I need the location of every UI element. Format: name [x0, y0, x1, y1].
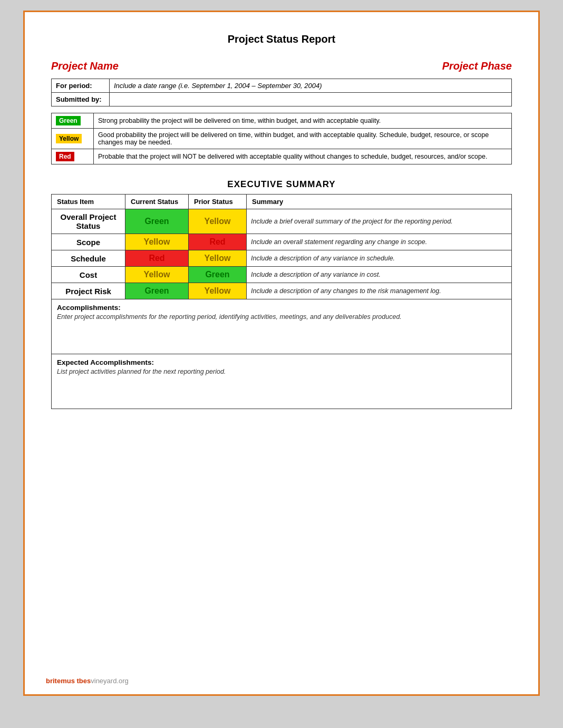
- current-status-cell: Yellow: [125, 234, 189, 250]
- col-prior-status: Prior Status: [189, 195, 247, 209]
- col-status-item: Status Item: [52, 195, 125, 209]
- project-phase-label: Project Phase: [442, 60, 512, 72]
- project-header: Project Name Project Phase: [51, 60, 512, 72]
- info-table: For period: Include a date range (i.e. S…: [51, 79, 512, 106]
- footer-watermark: britemus tbesvineyard.org: [46, 677, 129, 685]
- for-period-row: For period: Include a date range (i.e. S…: [52, 79, 512, 93]
- legend-yellow-badge: Yellow: [52, 129, 94, 149]
- prior-status-cell: Red: [189, 234, 247, 250]
- summary-cell: Include a brief overall summary of the p…: [247, 209, 512, 234]
- accomplishments-section: Accomplishments: Enter project accomplis…: [52, 299, 512, 409]
- summary-cell: Include an overall statement regarding a…: [247, 234, 512, 250]
- prior-status-cell: Yellow: [189, 209, 247, 234]
- executive-summary-table: Status Item Current Status Prior Status …: [51, 194, 512, 409]
- prior-status-cell: Yellow: [189, 250, 247, 267]
- report-title: Project Status Report: [51, 33, 512, 45]
- status-item-cell: Scope: [52, 234, 125, 250]
- table-header-row: Status Item Current Status Prior Status …: [52, 195, 512, 209]
- table-row: Schedule Red Yellow Include a descriptio…: [52, 250, 512, 267]
- col-current-status: Current Status: [125, 195, 189, 209]
- summary-cell: Include a description of any changes to …: [247, 283, 512, 299]
- status-item-cell: Cost: [52, 267, 125, 283]
- footer-br-text: britemus tbes: [46, 677, 91, 685]
- current-status-cell: Green: [125, 209, 189, 234]
- for-period-value: Include a date range (i.e. September 1, …: [110, 79, 512, 93]
- footer-rest: vineyard.org: [91, 677, 129, 685]
- current-status-cell: Red: [125, 250, 189, 267]
- submitted-by-label: Submitted by:: [52, 93, 110, 106]
- legend-green-badge: Green: [52, 113, 94, 129]
- table-row: Cost Yellow Green Include a description …: [52, 267, 512, 283]
- submitted-by-row: Submitted by:: [52, 93, 512, 106]
- expected-accomplishments-cell: Expected Accomplishments: List project a…: [52, 354, 512, 409]
- accomplishments-label: Accomplishments:: [57, 304, 506, 312]
- prior-status-cell: Green: [189, 267, 247, 283]
- legend-yellow-row: Yellow Good probability the project will…: [52, 129, 512, 149]
- status-item-cell: Project Risk: [52, 283, 125, 299]
- executive-summary-title: EXECUTIVE SUMMARY: [51, 179, 512, 190]
- legend-green-desc: Strong probability the project will be d…: [94, 113, 512, 129]
- legend-green-row: Green Strong probability the project wil…: [52, 113, 512, 129]
- prior-status-cell: Yellow: [189, 283, 247, 299]
- project-name-label: Project Name: [51, 60, 119, 72]
- current-status-cell: Green: [125, 283, 189, 299]
- legend-yellow-desc: Good probability the project will be del…: [94, 129, 512, 149]
- accomplishments-row: Accomplishments: Enter project accomplis…: [52, 299, 512, 354]
- summary-cell: Include a description of any variance in…: [247, 267, 512, 283]
- legend-red-row: Red Probable that the project will NOT b…: [52, 149, 512, 164]
- table-row: Scope Yellow Red Include an overall stat…: [52, 234, 512, 250]
- status-item-cell: Overall Project Status: [52, 209, 125, 234]
- accomplishments-cell: Accomplishments: Enter project accomplis…: [52, 299, 512, 354]
- table-row: Overall Project Status Green Yellow Incl…: [52, 209, 512, 234]
- report-page: Project Status Report Project Name Proje…: [23, 11, 540, 696]
- red-badge: Red: [56, 152, 74, 161]
- current-status-cell: Yellow: [125, 267, 189, 283]
- expected-accomplishments-desc: List project activities planned for the …: [57, 368, 506, 375]
- table-row: Project Risk Green Yellow Include a desc…: [52, 283, 512, 299]
- status-item-cell: Schedule: [52, 250, 125, 267]
- expected-accomplishments-row: Expected Accomplishments: List project a…: [52, 354, 512, 409]
- green-badge: Green: [56, 116, 81, 125]
- legend-red-badge: Red: [52, 149, 94, 164]
- submitted-by-value: [110, 93, 512, 106]
- legend-red-desc: Probable that the project will NOT be de…: [94, 149, 512, 164]
- expected-accomplishments-label: Expected Accomplishments:: [57, 358, 506, 366]
- accomplishments-desc: Enter project accomplishments for the re…: [57, 313, 506, 321]
- col-summary: Summary: [247, 195, 512, 209]
- for-period-label: For period:: [52, 79, 110, 93]
- yellow-badge: Yellow: [56, 134, 82, 143]
- summary-cell: Include a description of any variance in…: [247, 250, 512, 267]
- legend-table: Green Strong probability the project wil…: [51, 113, 512, 164]
